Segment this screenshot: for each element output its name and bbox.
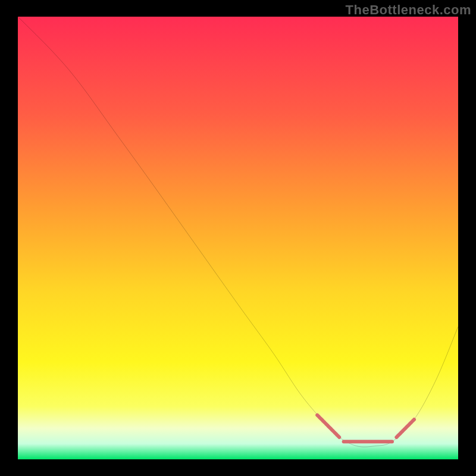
chart-svg bbox=[18, 17, 458, 459]
watermark-text: TheBottleneck.com bbox=[346, 2, 471, 18]
chart-frame: TheBottleneck.com bbox=[0, 0, 476, 476]
plot-area bbox=[18, 17, 458, 459]
gradient-rect bbox=[18, 17, 458, 459]
